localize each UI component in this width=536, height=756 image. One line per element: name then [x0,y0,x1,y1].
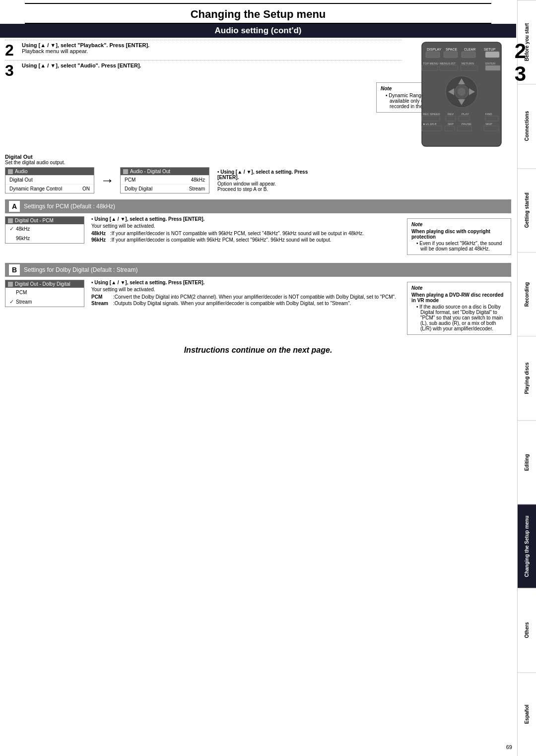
remote-svg: DISPLAY SPACE CLEAR SETUP TOP MENU MENU/… [412,40,511,149]
menu2-row-pcm: PCM 48kHz [121,175,209,184]
step2-instruction: Using [▲ / ▼], select "Playback". Press … [22,42,149,48]
svg-text:TOP MENU: TOP MENU [423,62,438,65]
digital-out-menus-row: Audio Digital Out Dynamic Range Control … [5,167,511,193]
svg-text:SKIP: SKIP [485,123,492,126]
pcm-48khz-item: ✓ 48kHz [5,224,84,234]
section-a-label: Settings for PCM (Default : 48kHz) [24,203,115,210]
section-a: A Settings for PCM (Default : 48kHz) Dig… [5,199,511,257]
svg-text:REV: REV [448,113,454,116]
pcm-menu-box: Digital Out - PCM ✓ 48kHz ✓ 96kHz [5,216,84,244]
dolby-pcm-item: ✓ PCM [5,288,84,297]
svg-rect-14 [440,65,458,70]
right-sidebar: Before you start Connections Getting sta… [517,0,536,756]
dolby-menu-box: Digital Out - Dolby Digital ✓ PCM ✓ Stre… [5,280,84,307]
svg-rect-8 [485,52,499,58]
svg-rect-30 [459,116,469,121]
section-a-header: A Settings for PCM (Default : 48kHz) [5,199,511,213]
audio-digital-out-menu-box: Audio - Digital Out PCM 48kHz Dolby Digi… [120,167,209,193]
section-b-item-pcm: PCM :Convert the Dolby Digital into PCM(… [91,294,402,300]
audio-digital-out-icon [123,169,128,174]
section-a-note-header: When playing disc with copyright protect… [411,229,507,240]
sidebar-others: Others [518,588,536,672]
main-title: Changing the Setup menu [25,3,491,24]
section-b-note-header: When playing a DVD-RW disc recorded in V… [411,292,507,303]
svg-rect-37 [445,126,455,131]
section-a-item-48khz: 48kHz :If your amplifier/decoder is NOT … [91,231,402,236]
dolby-menu-header: Digital Out - Dolby Digital [5,280,84,288]
section-a-content: Digital Out - PCM ✓ 48kHz ✓ 96kHz • Usin… [5,216,511,257]
step3-instruction: Using [▲ / ▼], select "Audio". Press [EN… [22,63,141,68]
dolby-stream-item: ✓ Stream [5,297,84,307]
sidebar-espanol: Español [518,672,536,756]
section-a-note: Note When playing disc with copyright pr… [407,216,511,257]
svg-text:SETUP: SETUP [484,48,496,51]
section-b-note-bullet: • If the audio source on a disc is Dolby… [416,304,507,331]
step2-content: Using [▲ / ▼], select "Playback". Press … [22,42,149,54]
section-b-letter: B [9,264,20,275]
digital-out-label: Digital Out [5,154,511,160]
pcm-96khz-item: ✓ 96kHz [5,234,84,243]
section-a-item-96khz: 96kHz :If your amplifier/decoder is comp… [91,237,402,243]
svg-rect-29 [446,116,456,121]
menu1-row-digital-out: Digital Out [5,175,94,184]
digital-out-setting-instruction: • Using [▲ / ▼], select a setting. Press… [217,169,317,192]
pcm-menu-icon [8,218,13,223]
svg-rect-39 [484,126,499,131]
final-instruction: Instructions continue on the next page. [5,346,511,355]
digital-out-sub: Set the digital audio output. [5,160,511,165]
svg-rect-38 [458,126,471,131]
audio-digital-out-header: Audio - Digital Out [121,168,209,175]
svg-text:DISPLAY: DISPLAY [427,48,441,51]
dolby-menu-icon [8,282,13,287]
sidebar-playing-discs: Playing discs [518,336,536,420]
pcm-menu-header: Digital Out - PCM [5,217,84,224]
svg-text:CLEAR: CLEAR [464,48,475,51]
svg-rect-28 [422,116,440,121]
svg-point-23 [458,88,466,96]
sidebar-getting-started: Getting started [518,168,536,252]
step3-row: 3 Using [▲ / ▼], select "Audio". Press [… [5,60,402,78]
section-a-letter: A [9,201,20,212]
svg-text:PAUSE: PAUSE [462,123,471,126]
menu2-row-dolby: Dolby Digital Stream [121,184,209,193]
step2-sub: Playback menu will appear. [22,48,149,54]
svg-rect-15 [461,65,477,70]
svg-text:FWD: FWD [485,113,492,116]
svg-text:►x1.3/0.8: ►x1.3/0.8 [423,123,437,126]
section-b-note: Note When playing a DVD-RW disc recorded… [407,280,511,337]
svg-text:PLAY: PLAY [462,113,469,116]
section-b-label: Settings for Dolby Digital (Default : St… [24,266,137,273]
digital-out-section: Digital Out Set the digital audio output… [5,154,511,193]
sidebar-connections: Connections [518,84,536,168]
step3-content: Using [▲ / ▼], select "Audio". Press [EN… [22,63,141,68]
menu1-row-dynamic-range: Dynamic Range Control ON [5,184,94,193]
section-b-text: • Using [▲ / ▼], select a setting. Press… [91,280,402,306]
section-b: B Settings for Dolby Digital (Default : … [5,263,511,337]
svg-text:ENTER: ENTER [485,62,496,65]
section-b-header: B Settings for Dolby Digital (Default : … [5,263,511,277]
section-b-note-title: Note [411,285,507,291]
svg-rect-5 [426,52,440,58]
section-a-text: • Using [▲ / ▼], select a setting. Press… [91,216,402,243]
svg-rect-7 [462,52,475,58]
step2-row: 2 Using [▲ / ▼], select "Playback". Pres… [5,40,402,58]
audio-menu-icon [8,169,13,174]
sub-title: Audio setting (cont'd) [0,24,516,38]
checkmark-stream: ✓ [9,299,14,305]
section-b-content: Digital Out - Dolby Digital ✓ PCM ✓ Stre… [5,280,511,337]
remote-area: DISPLAY SPACE CLEAR SETUP TOP MENU MENU/… [412,40,511,150]
svg-rect-16 [485,65,500,70]
step-numbers-overlay: 2 3 [515,40,526,85]
section-a-note-bullet: • Even if you select "96kHz", the sound … [416,241,507,252]
svg-rect-31 [485,116,498,121]
page-number: 69 [506,744,512,750]
svg-rect-36 [422,126,442,131]
sidebar-editing: Editing [518,420,536,504]
svg-text:SKP: SKP [448,123,454,126]
svg-text:MENU/LIST: MENU/LIST [440,62,456,65]
arrow-right-icon: → [100,173,114,189]
checkmark-48khz: ✓ [9,226,14,232]
svg-text:RETURN: RETURN [462,62,474,65]
audio-menu-box: Audio Digital Out Dynamic Range Control … [5,167,94,193]
sidebar-recording: Recording [518,252,536,336]
